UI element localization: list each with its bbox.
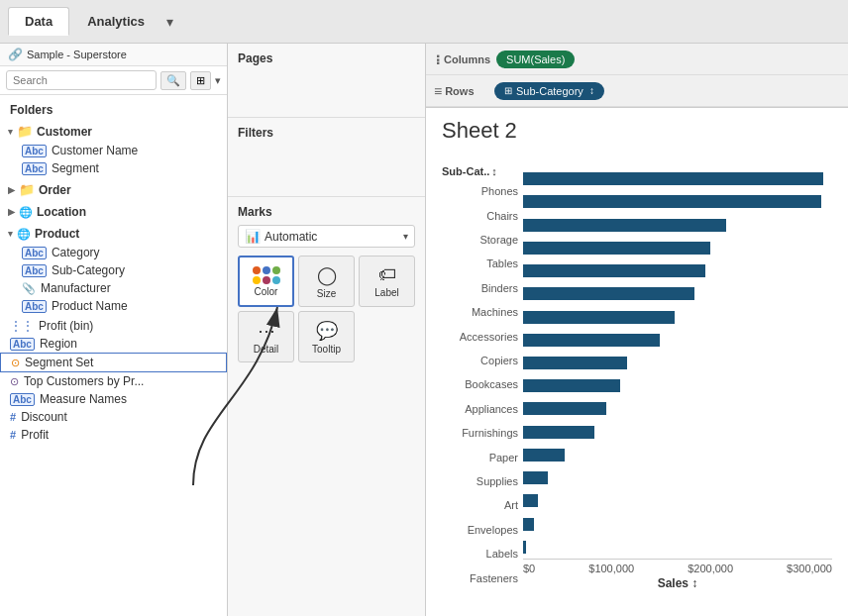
sub-cat-header: Sub-Cat.. ↕: [442, 165, 518, 177]
y-axis-label: Furnishings: [442, 426, 518, 440]
field-group-order-header[interactable]: ▶ 📁 Order: [0, 179, 227, 200]
field-group-location: ▶ 🌐 Location: [0, 202, 227, 222]
field-segment-set-label: Segment Set: [25, 356, 93, 369]
y-axis-label: Chairs: [442, 209, 518, 223]
field-profit-bin[interactable]: ⋮⋮ Profit (bin): [0, 317, 227, 335]
chart-bar-row[interactable]: [523, 402, 832, 416]
abc-icon: Abc: [10, 338, 35, 351]
chart-bar-row[interactable]: [523, 448, 832, 462]
sort-icon[interactable]: ↕: [491, 165, 497, 177]
field-region[interactable]: Abc Region: [0, 335, 227, 353]
field-product-name-label: Product Name: [52, 299, 128, 313]
field-group-product: ▾ 🌐 Product Abc Category Abc Sub-Categor…: [0, 224, 227, 315]
chart-bar: [523, 379, 620, 392]
y-axis-label: Labels: [442, 547, 518, 561]
marks-size-label: Size: [317, 288, 336, 299]
marks-title: Marks: [238, 205, 415, 219]
search-button[interactable]: 🔍: [160, 71, 186, 90]
rows-shelf: ≡ Rows ⊞ Sub-Category ↕: [426, 75, 848, 107]
chart-bar-row[interactable]: [523, 379, 832, 393]
field-manufacturer[interactable]: 📎 Manufacturer: [0, 279, 227, 297]
marks-size-button[interactable]: ◯ Size: [298, 256, 355, 307]
x-axis-title: Sales ↕: [523, 576, 832, 590]
filters-body: [238, 144, 415, 183]
field-group-customer: ▾ 📁 Customer Abc Customer Name Abc Segme…: [0, 121, 227, 177]
tab-data[interactable]: Data: [8, 7, 69, 36]
y-axis-label: Accessories: [442, 330, 518, 344]
x-label-300k: $300,000: [787, 563, 832, 574]
field-segment-set[interactable]: ⊙ Segment Set: [0, 353, 227, 372]
field-group-product-label: Product: [35, 227, 79, 241]
field-group-product-header[interactable]: ▾ 🌐 Product: [0, 224, 227, 244]
field-category[interactable]: Abc Category: [0, 244, 227, 261]
chart-bar-row[interactable]: [523, 356, 832, 369]
tab-bar: Data Analytics ▾: [0, 0, 848, 44]
chart-bar: [523, 287, 694, 300]
chart-bar-row[interactable]: [523, 333, 832, 347]
marks-detail-button[interactable]: ⋯ Detail: [238, 311, 294, 362]
chart-bar-row[interactable]: [523, 310, 832, 324]
color-dots-icon: [253, 266, 280, 284]
search-bar: 🔍 ⊞ ▾: [0, 66, 227, 95]
field-group-location-header[interactable]: ▶ 🌐 Location: [0, 202, 227, 222]
field-group-location-label: Location: [37, 205, 86, 219]
datasource-icon: 🔗: [8, 48, 23, 61]
tab-analytics[interactable]: Analytics: [71, 8, 160, 35]
columns-label: ⫶ Columns: [434, 51, 490, 67]
field-top-customers[interactable]: ⊙ Top Customers by Pr...: [0, 372, 227, 390]
chart-bar-row[interactable]: [523, 494, 832, 508]
marks-label-button[interactable]: 🏷 Label: [359, 256, 415, 307]
chart-bar: [523, 402, 606, 415]
chart-bar-row[interactable]: [523, 241, 832, 255]
field-subcategory-label: Sub-Category: [52, 263, 125, 277]
field-customer-name[interactable]: Abc Customer Name: [0, 142, 227, 159]
marks-buttons-grid: Color ◯ Size 🏷 Label ⋯ Detai: [238, 256, 415, 362]
chart-bar-row[interactable]: [523, 471, 832, 485]
x-axis: $0 $100,000 $200,000 $300,000: [523, 559, 832, 574]
chart-bar-row[interactable]: [523, 264, 832, 278]
field-measure-names[interactable]: Abc Measure Names: [0, 390, 227, 408]
field-manufacturer-label: Manufacturer: [41, 281, 111, 295]
tab-dropdown-btn[interactable]: ▾: [162, 12, 177, 32]
marks-type-dropdown[interactable]: 📊 Automatic ▾: [238, 225, 415, 248]
chart-bar-row[interactable]: [523, 172, 832, 186]
field-profit[interactable]: # Profit: [0, 426, 227, 444]
fields-header: Folders: [0, 99, 227, 121]
chart-bar: [523, 195, 821, 208]
main-layout: 🔗 Sample - Superstore 🔍 ⊞ ▾ Folders ▾ 📁: [0, 44, 848, 616]
sort-arrow-button[interactable]: ▾: [215, 74, 221, 87]
marks-tooltip-label: Tooltip: [312, 344, 341, 355]
chart-bar-row[interactable]: [523, 540, 832, 554]
chart-bar: [523, 494, 538, 507]
y-axis-labels: PhonesChairsStorageTablesBindersMachines…: [442, 179, 518, 590]
chart-bar: [523, 311, 675, 324]
chart-bar-row[interactable]: [523, 517, 832, 531]
field-subcategory[interactable]: Abc Sub-Category: [0, 261, 227, 279]
hash-icon: #: [10, 411, 16, 423]
x-axis-title-label: Sales ↕: [658, 576, 698, 590]
chart-bar-row[interactable]: [523, 195, 832, 209]
geo-icon: 🌐: [19, 206, 33, 219]
field-group-customer-header[interactable]: ▾ 📁 Customer: [0, 121, 227, 142]
chart-bar-row[interactable]: [523, 287, 832, 301]
columns-pill-sum-sales[interactable]: SUM(Sales): [496, 51, 575, 68]
rows-pill-sub-category[interactable]: ⊞ Sub-Category ↕: [494, 82, 604, 100]
chart-bar: [523, 242, 710, 255]
folder-icon: 📁: [19, 182, 35, 197]
marks-color-button[interactable]: Color: [238, 256, 294, 307]
rows-pill-sort-icon[interactable]: ↕: [589, 85, 594, 96]
field-segment[interactable]: Abc Segment: [0, 159, 227, 177]
marks-type-label: Automatic: [265, 230, 399, 244]
chart-bar-row[interactable]: [523, 425, 832, 439]
chart-title: Sheet 2: [442, 118, 832, 144]
field-product-name[interactable]: Abc Product Name: [0, 297, 227, 315]
chart-content: Sub-Cat.. ↕ PhonesChairsStorageTablesBin…: [442, 152, 832, 590]
marks-label-label: Label: [374, 287, 398, 298]
rows-icon: ≡: [434, 83, 442, 99]
chart-bar-row[interactable]: [523, 218, 832, 232]
field-discount[interactable]: # Discount: [0, 408, 227, 426]
marks-tooltip-button[interactable]: 💬 Tooltip: [298, 311, 355, 362]
x-label-0: $0: [523, 563, 535, 574]
grid-view-button[interactable]: ⊞: [190, 71, 211, 90]
search-input[interactable]: [6, 70, 157, 90]
